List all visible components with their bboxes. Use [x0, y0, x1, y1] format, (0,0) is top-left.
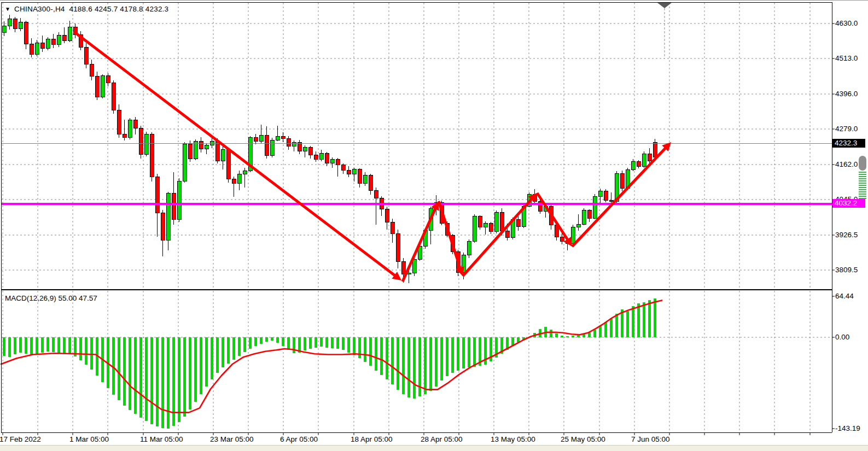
- candle-bull: [19, 22, 22, 29]
- candle-bear: [287, 139, 290, 147]
- macd-histogram-bar: [336, 337, 339, 349]
- macd-histogram-bar: [183, 337, 186, 417]
- candle-bear: [516, 219, 520, 226]
- macd-histogram-bar: [353, 337, 356, 355]
- candle-bear: [117, 110, 121, 134]
- macd-histogram-bar: [451, 337, 454, 373]
- candle-bear: [172, 193, 176, 219]
- candle-bear: [505, 231, 509, 237]
- macd-histogram-bar: [380, 337, 383, 375]
- candle-bear: [560, 237, 564, 241]
- macd-histogram-bar: [19, 337, 22, 353]
- macd-histogram-bar: [566, 336, 569, 337]
- macd-histogram-bar: [648, 300, 651, 337]
- macd-histogram-bar: [386, 337, 388, 379]
- macd-histogram-bar: [435, 337, 438, 386]
- macd-histogram-bar: [63, 337, 66, 354]
- candle-bear: [396, 234, 400, 262]
- candle-bear: [133, 120, 137, 128]
- macd-histogram-bar: [161, 337, 164, 428]
- candle-bear: [347, 170, 351, 174]
- macd-histogram-bar: [139, 337, 142, 418]
- candle-bear: [298, 142, 301, 151]
- macd-histogram-bar: [150, 337, 153, 424]
- macd-histogram-bar: [129, 337, 131, 410]
- candle-bull: [363, 175, 367, 183]
- macd-histogram-bar: [25, 337, 27, 354]
- candle-bull: [576, 224, 580, 227]
- candle-bull: [352, 169, 356, 174]
- macd-histogram-bar: [222, 337, 224, 367]
- candle-bull: [57, 36, 61, 44]
- macd-histogram-bar: [462, 337, 465, 368]
- macd-histogram-bar: [205, 337, 208, 386]
- candle-bear: [358, 169, 362, 184]
- candle-bull: [144, 134, 148, 154]
- trend-arrow-shaft: [439, 201, 461, 271]
- candle-bull: [194, 141, 197, 159]
- candle-bear: [95, 76, 99, 97]
- candle-bull: [631, 162, 635, 169]
- macd-histogram-bar: [468, 337, 470, 367]
- macd-histogram-bar: [243, 337, 246, 352]
- candle-bull: [221, 150, 225, 161]
- candle-bear: [637, 162, 640, 166]
- macd-histogram-bar: [550, 330, 552, 337]
- candle-bull: [467, 242, 471, 255]
- macd-histogram-bar: [194, 337, 197, 402]
- macd-histogram-bar: [254, 337, 257, 346]
- macd-histogram-bar: [615, 314, 618, 337]
- candle-bear: [325, 153, 329, 163]
- candle-bull: [166, 193, 170, 241]
- candle-bull: [237, 174, 241, 183]
- macd-histogram-bar: [413, 337, 416, 399]
- candle-bull: [183, 144, 187, 181]
- macd-histogram-bar: [397, 337, 399, 390]
- candle-bull: [642, 154, 646, 167]
- macd-histogram-bar: [46, 337, 49, 352]
- macd-histogram-bar: [358, 337, 361, 358]
- candle-bull: [2, 26, 6, 32]
- macd-histogram-bar: [134, 337, 137, 414]
- macd-histogram-bar: [440, 337, 443, 380]
- candle-bear: [265, 135, 269, 155]
- macd-histogram-bar: [79, 337, 82, 360]
- macd-histogram-bar: [167, 337, 170, 429]
- macd-histogram-bar: [572, 336, 574, 337]
- macd-histogram-bar: [369, 337, 372, 366]
- candle-bull: [303, 147, 307, 151]
- macd-histogram-bar: [36, 337, 38, 354]
- candle-bear: [123, 134, 126, 138]
- candle-bull: [101, 76, 104, 97]
- candle-bear: [150, 134, 154, 177]
- candle-bear: [13, 19, 17, 29]
- candle-bear: [391, 222, 394, 234]
- candle-bull: [276, 136, 279, 140]
- macd-histogram-bar: [402, 337, 405, 394]
- macd-histogram-bar: [85, 337, 88, 365]
- macd-histogram-bar: [3, 337, 5, 356]
- candle-bear: [84, 48, 88, 64]
- macd-histogram-bar: [265, 337, 268, 342]
- macd-histogram-bar: [643, 302, 645, 337]
- candle-bull: [8, 19, 11, 26]
- macd-histogram-bar: [227, 337, 230, 364]
- scrollbar-thumb[interactable]: [859, 156, 866, 171]
- candle-bull: [270, 140, 274, 156]
- macd-histogram-bar: [238, 337, 241, 356]
- candle-bull: [46, 39, 50, 48]
- macd-signal-line: [1, 300, 662, 412]
- macd-histogram-bar: [41, 337, 44, 353]
- chart-canvas[interactable]: [0, 1, 868, 451]
- macd-histogram-bar: [178, 337, 180, 422]
- macd-histogram-bar: [593, 330, 596, 337]
- candle-bear: [385, 209, 389, 222]
- macd-histogram-bar: [216, 337, 219, 373]
- mt4-chart-window: ▼CHINA300-,H4 4188.6 4245.7 4178.8 4232.…: [0, 0, 868, 451]
- candle-bear: [489, 224, 493, 232]
- candle-bear: [653, 142, 657, 157]
- candle-bear: [112, 83, 115, 110]
- candle-bear: [374, 190, 378, 198]
- candle-bear: [51, 39, 55, 45]
- candle-bull: [243, 171, 247, 174]
